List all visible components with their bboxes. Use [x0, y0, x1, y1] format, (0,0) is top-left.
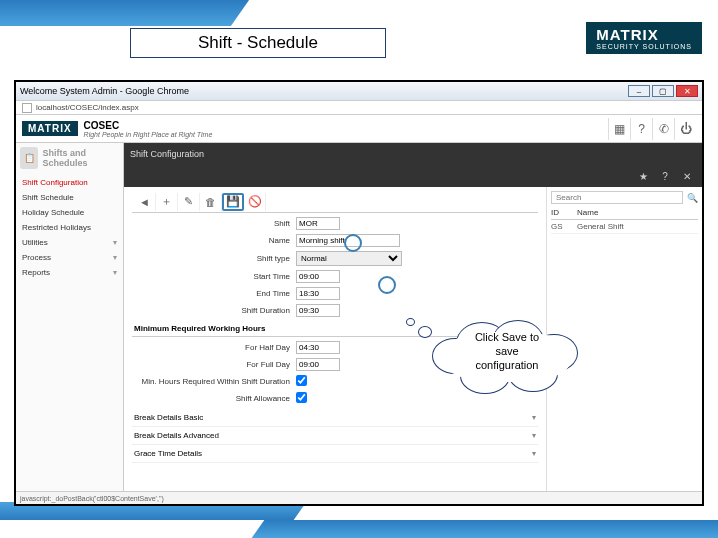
cloud-tail: [418, 326, 432, 338]
chevron-down-icon: ▾: [532, 449, 536, 458]
app-tagline: Right People in Right Place at Right Tim…: [84, 131, 213, 138]
form-body: ◄ ＋ ✎ 🗑 💾 🚫 Shift Name Shift typeNormal …: [124, 187, 702, 491]
page-title-bar: Shift Configuration: [124, 143, 702, 165]
edit-button[interactable]: ✎: [178, 193, 200, 211]
matrix-logo: MATRIX SECURITY SOLUTIONS: [586, 22, 702, 54]
window-maximize-button[interactable]: ▢: [652, 85, 674, 97]
within-label: Min. Hours Required Within Shift Duratio…: [132, 377, 296, 386]
sidebar-item-shift-schedule[interactable]: Shift Schedule: [16, 190, 123, 205]
delete-button[interactable]: 🗑: [200, 193, 222, 211]
window-title: Welcome System Admin - Google Chrome: [20, 86, 189, 96]
sidebar-list: Shift Configuration Shift Schedule Holid…: [16, 173, 123, 282]
slide-title: Shift - Schedule: [198, 33, 318, 53]
logo-brand: MATRIX: [596, 26, 692, 43]
url-bar[interactable]: localhost/COSEC/index.aspx: [16, 100, 702, 115]
half-input[interactable]: [296, 341, 340, 354]
help2-icon[interactable]: ?: [656, 169, 674, 183]
main-column: Shift Configuration ★ ? ✕ ◄ ＋ ✎ 🗑 💾 🚫: [124, 143, 702, 491]
sidebar-item-holiday-schedule[interactable]: Holiday Schedule: [16, 205, 123, 220]
shift-input[interactable]: [296, 217, 340, 230]
type-select[interactable]: Normal: [296, 251, 402, 266]
cloud-tail: [406, 318, 415, 326]
sidebar-item-shift-config[interactable]: Shift Configuration: [16, 175, 123, 190]
sidebar-item-restricted-holidays[interactable]: Restricted Holidays: [16, 220, 123, 235]
allow-checkbox[interactable]: [296, 392, 307, 403]
browser-window: Welcome System Admin - Google Chrome – ▢…: [14, 80, 704, 506]
chevron-down-icon: ▾: [532, 431, 536, 440]
search-box: 🔍: [551, 191, 698, 204]
shift-label: Shift: [132, 219, 296, 228]
logo-sub: SECURITY SOLUTIONS: [596, 43, 692, 50]
sidebar-item-label: Reports: [22, 268, 50, 277]
name-input[interactable]: [296, 234, 400, 247]
full-input[interactable]: [296, 358, 340, 371]
list-header-id: ID: [551, 208, 577, 217]
favicon-icon: [22, 103, 32, 113]
window-close-button[interactable]: ✕: [676, 85, 698, 97]
chevron-down-icon: ▾: [113, 238, 117, 247]
app-logo: MATRIX: [22, 121, 78, 136]
break-adv-row[interactable]: Break Details Advanced▾: [132, 427, 538, 445]
app-name: COSEC: [84, 120, 213, 131]
section-label: Grace Time Details: [134, 449, 202, 458]
start-label: Start Time: [132, 272, 296, 281]
sidebar-item-label: Restricted Holidays: [22, 223, 91, 232]
grid-icon[interactable]: ▦: [608, 118, 630, 140]
window-minimize-button[interactable]: –: [628, 85, 650, 97]
app-name-block: COSEC Right People in Right Place at Rig…: [84, 120, 213, 138]
bg-stripe-bottom-right: [252, 520, 718, 538]
callout-cloud: Click Save to save configuration: [432, 322, 582, 388]
status-bar: javascript:_doPostBack('ctl00$ContentSav…: [16, 491, 702, 504]
chevron-down-icon: ▾: [113, 253, 117, 262]
sidebar-item-reports[interactable]: Reports▾: [16, 265, 123, 280]
break-basic-row[interactable]: Break Details Basic▾: [132, 409, 538, 427]
sidebar-item-process[interactable]: Process▾: [16, 250, 123, 265]
section-label: Break Details Basic: [134, 413, 203, 422]
type-label: Shift type: [132, 254, 296, 263]
callout-text: Click Save to save configuration: [432, 330, 582, 372]
phone-icon[interactable]: ✆: [652, 118, 674, 140]
sidebar-header: 📋 Shifts and Schedules: [16, 143, 123, 173]
search-icon[interactable]: 🔍: [687, 193, 698, 203]
power-icon[interactable]: ⏻: [674, 118, 696, 140]
bg-stripe-top: [0, 0, 249, 26]
sidebar-item-label: Process: [22, 253, 51, 262]
actions-toolbar: ◄ ＋ ✎ 🗑 💾 🚫: [132, 191, 538, 213]
cancel-button[interactable]: 🚫: [244, 193, 266, 211]
app-header: MATRIX COSEC Right People in Right Place…: [16, 115, 702, 143]
sidebar-item-label: Holiday Schedule: [22, 208, 84, 217]
list-item-id: GS: [551, 222, 577, 231]
list-item[interactable]: GS General Shift: [551, 220, 698, 234]
end-input[interactable]: [296, 287, 340, 300]
dur-input[interactable]: [296, 304, 340, 317]
name-label: Name: [132, 236, 296, 245]
save-button[interactable]: 💾: [222, 193, 244, 211]
allow-label: Shift Allowance: [132, 394, 296, 403]
star-icon[interactable]: ★: [634, 169, 652, 183]
within-checkbox[interactable]: [296, 375, 307, 386]
status-text: javascript:_doPostBack('ctl00$ContentSav…: [20, 495, 164, 502]
list-header: ID Name: [551, 206, 698, 220]
start-input[interactable]: [296, 270, 340, 283]
add-button[interactable]: ＋: [156, 193, 178, 211]
list-header-name: Name: [577, 208, 598, 217]
end-label: End Time: [132, 289, 296, 298]
sidebar: 📋 Shifts and Schedules Shift Configurati…: [16, 143, 124, 491]
help-icon[interactable]: ?: [630, 118, 652, 140]
sidebar-title: Shifts and Schedules: [42, 148, 119, 168]
sidebar-item-label: Shift Configuration: [22, 178, 88, 187]
dur-label: Shift Duration: [132, 306, 296, 315]
url-text: localhost/COSEC/index.aspx: [36, 103, 139, 112]
chevron-down-icon: ▾: [532, 413, 536, 422]
chevron-down-icon: ▾: [113, 268, 117, 277]
search-input[interactable]: [551, 191, 683, 204]
clipboard-icon: 📋: [20, 147, 38, 169]
grace-row[interactable]: Grace Time Details▾: [132, 445, 538, 463]
prev-button[interactable]: ◄: [134, 193, 156, 211]
content-area: 📋 Shifts and Schedules Shift Configurati…: [16, 143, 702, 491]
close2-icon[interactable]: ✕: [678, 169, 696, 183]
page-subtitle-bar: ★ ? ✕: [124, 165, 702, 187]
list-item-name: General Shift: [577, 222, 624, 231]
section-label: Break Details Advanced: [134, 431, 219, 440]
sidebar-item-utilities[interactable]: Utilities▾: [16, 235, 123, 250]
